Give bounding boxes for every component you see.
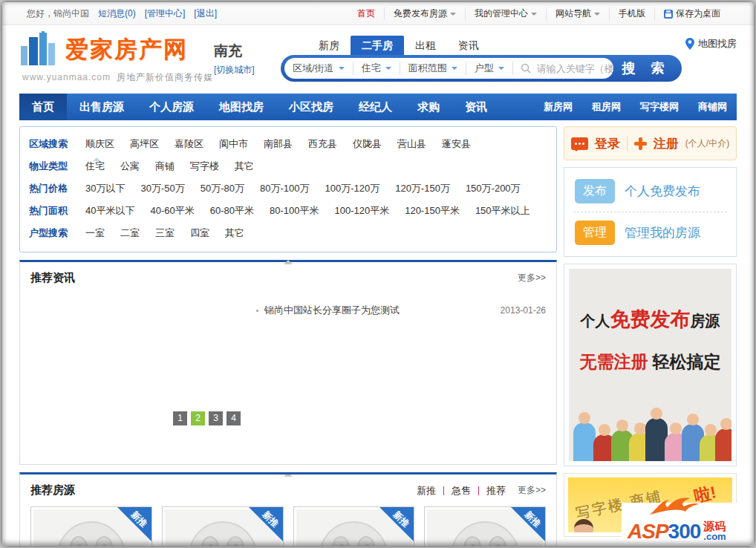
area-link[interactable]: 60-80平米 [210,205,254,216]
logout-link[interactable]: [退出] [194,7,217,20]
layout-link[interactable]: 三室 [155,227,175,238]
property-type-link[interactable]: 其它 [235,160,254,172]
publish-row: 发布 个人免费发布 [573,171,727,212]
listing-card[interactable]: 新推 [162,506,284,546]
manage-button[interactable]: 管理 [575,221,615,245]
nav-personal-listings[interactable]: 个人房源 [137,94,206,120]
topbar-site-nav-menu[interactable]: 网站导航 [546,7,609,20]
topbar-free-publish-menu[interactable]: 免费发布房源 [384,7,465,20]
topbar-my-center-menu[interactable]: 我的管理中心 [465,7,546,20]
district-dropdown-label: 区域/街道 [293,62,334,75]
listing-cards: 新推 新推 [20,498,556,546]
news-item[interactable]: 锦尚中国站长分享圈子为您测试 2013-01-26 [256,301,546,320]
search-button[interactable]: 搜 索 [613,59,679,77]
layout-link[interactable]: 一室 [85,227,105,238]
layout-link[interactable]: 其它 [225,227,244,238]
topbar-mobile-link[interactable]: 手机版 [609,7,654,20]
manage-label-link[interactable]: 管理我的房源 [625,224,700,241]
area-link[interactable]: 40-60平米 [150,205,194,216]
messages-link[interactable]: 短消息(0) [98,7,136,20]
listing-card[interactable]: 新推 [30,506,152,546]
region-link[interactable]: 蓬安县 [442,138,471,149]
chevron-down-icon [385,67,391,73]
property-type-link[interactable]: 住宅 [85,160,105,172]
price-link[interactable]: 120万-150万 [395,183,450,194]
area-link[interactable]: 100-120平米 [334,205,389,216]
price-link[interactable]: 100万-120万 [325,183,379,194]
nav-newhouse-site[interactable]: 新房网 [534,94,582,120]
page-button-3[interactable]: 3 [209,411,223,425]
nav-rent-site[interactable]: 租房网 [582,94,630,120]
area-link[interactable]: 80-100平米 [270,205,319,216]
my-center-label: 我的管理中心 [475,7,528,20]
nav-office-site[interactable]: 写字楼网 [630,94,688,120]
nav-agents[interactable]: 经纪人 [346,94,405,120]
region-link[interactable]: 顺庆区 [85,138,114,149]
filter-label-property-type: 物业类型 [29,160,85,173]
region-link[interactable]: 高坪区 [130,138,159,149]
region-link[interactable]: 南部县 [264,138,293,149]
panel-notch-icon [284,255,293,264]
page: 您好，锦尚中国 短消息(0) [管理中心] [退出] 首页 免费发布房源 我的管… [2,2,754,546]
layout-link[interactable]: 二室 [120,227,140,238]
listing-card[interactable]: 新推 [424,506,546,546]
property-type-link[interactable]: 商铺 [155,160,175,172]
price-link[interactable]: 80万-100万 [260,183,309,194]
topbar-save-desktop-link[interactable]: 保存为桌面 [654,7,729,20]
layout-link[interactable]: 四室 [190,227,209,238]
region-link[interactable]: 营山县 [397,138,426,149]
region-link[interactable]: 仪陇县 [353,138,382,149]
price-link[interactable]: 150万-200万 [466,183,521,194]
region-link[interactable]: 嘉陵区 [175,138,203,149]
nav-map-search[interactable]: 地图找房 [206,94,276,120]
nav-home[interactable]: 首页 [19,94,67,120]
publish-button[interactable]: 发布 [575,179,615,203]
area-link[interactable]: 120-150平米 [405,205,460,216]
search-tab-newhouse[interactable]: 新房 [307,36,351,55]
search-input[interactable] [535,62,613,75]
region-link[interactable]: 阆中市 [219,138,248,149]
district-dropdown[interactable]: 区域/街道 [284,62,353,75]
news-panel-title: 推荐资讯 [30,271,75,285]
search-tab-secondhand[interactable]: 二手房 [351,36,404,55]
layout-dropdown[interactable]: 户型 [466,62,513,75]
price-link[interactable]: 30万以下 [85,183,125,194]
page-button-2[interactable]: 2 [191,411,205,425]
page-button-1[interactable]: 1 [173,411,187,425]
news-more-link[interactable]: 更多>> [518,272,546,284]
register-button[interactable]: 注册 [654,135,679,152]
listings-tab-urgent[interactable]: 急售 [452,484,471,498]
page-button-4[interactable]: 4 [227,411,241,425]
region-link[interactable]: 西充县 [308,138,337,149]
nav-wanted[interactable]: 求购 [405,94,452,120]
login-button[interactable]: 登录 [595,135,620,152]
property-type-link[interactable]: 写字楼 [190,160,219,172]
nav-community-search[interactable]: 小区找房 [276,94,346,120]
topbar: 您好，锦尚中国 短消息(0) [管理中心] [退出] 首页 免费发布房源 我的管… [2,2,754,25]
area-link[interactable]: 40平米以下 [85,205,134,216]
filter-row-price: 热门价格 30万以下30万-50万50万-80万80万-100万100万-120… [29,177,547,200]
search-tab-rent[interactable]: 出租 [404,36,447,55]
property-type-link[interactable]: 公寓 [120,160,140,172]
admin-center-link[interactable]: [管理中心] [145,7,186,20]
price-link[interactable]: 30万-50万 [140,183,184,194]
nav-sale-listings[interactable]: 出售房源 [67,94,137,120]
switch-city-link[interactable]: [切换城市] [214,64,255,76]
topbar-home-link[interactable]: 首页 [348,7,384,20]
price-link[interactable]: 50万-80万 [201,183,244,194]
free-publish-ad-banner[interactable]: 个人免费发布房源 无需注册轻松搞定 [569,269,731,461]
map-search-link[interactable]: 地图找房 [685,37,737,50]
listings-tab-recommended[interactable]: 推荐 [486,484,506,498]
site-logo[interactable]: 爱家房产网 [21,31,188,65]
bullet-icon [256,310,258,312]
publish-label-link[interactable]: 个人免费发布 [625,183,700,200]
listing-card[interactable]: 新推 [293,506,415,546]
search-tab-news[interactable]: 资讯 [447,36,490,55]
area-link[interactable]: 150平米以上 [475,205,530,216]
property-type-dropdown[interactable]: 住宅 [353,62,400,75]
nav-news[interactable]: 资讯 [452,94,500,120]
nav-shop-site[interactable]: 商铺网 [688,94,737,120]
area-range-dropdown[interactable]: 面积范围 [400,62,466,75]
listings-more-link[interactable]: 更多>> [518,484,546,497]
listings-tab-new[interactable]: 新推 [417,484,436,498]
